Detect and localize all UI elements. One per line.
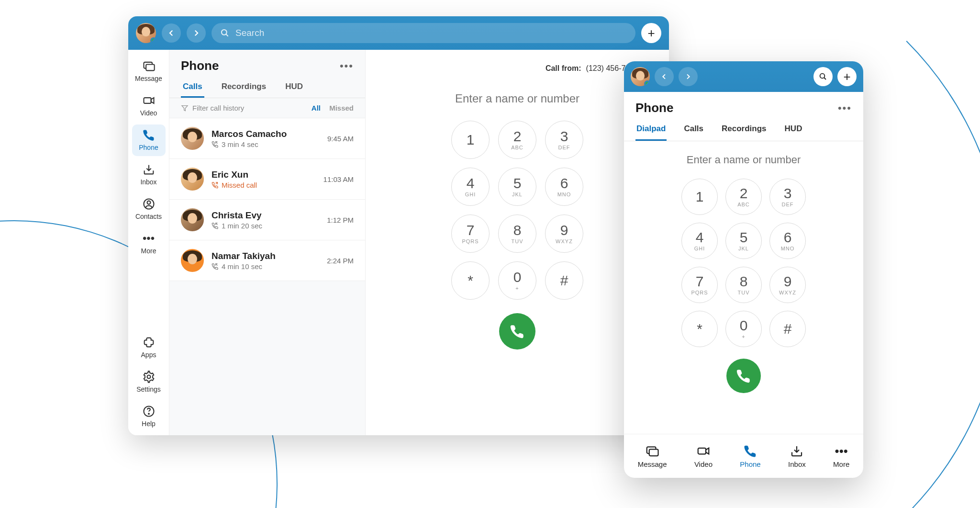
search-icon	[220, 28, 230, 38]
filter-all[interactable]: All	[312, 104, 321, 112]
panel-more-button[interactable]: •••	[340, 60, 354, 72]
add-button[interactable]: +	[641, 23, 661, 43]
keypad-key-#[interactable]: #	[769, 311, 806, 347]
contact-avatar	[181, 127, 204, 150]
sidebar-item-message[interactable]: Message	[132, 56, 166, 87]
keypad-key-2[interactable]: 2ABC	[725, 179, 762, 215]
sidebar-label: Settings	[136, 385, 161, 393]
nav-label: More	[833, 460, 849, 468]
mobile-dialer: 12ABC3DEF4GHI5JKL6MNO7PQRS8TUV9WXYZ*0+#	[624, 141, 863, 434]
keypad-key-1[interactable]: 1	[681, 179, 718, 215]
key-digit: 2	[513, 129, 522, 144]
keypad-key-8[interactable]: 8TUV	[725, 267, 762, 303]
keypad-key-4[interactable]: 4GHI	[681, 223, 718, 259]
keypad-key-7[interactable]: 7PQRS	[451, 214, 490, 253]
key-digit: 1	[467, 133, 475, 147]
key-digit: #	[560, 273, 568, 288]
call-button[interactable]	[726, 359, 761, 393]
key-digit: 6	[784, 230, 792, 245]
call-button[interactable]	[499, 313, 535, 350]
bottom-nav-more[interactable]: ••• More	[833, 444, 849, 468]
key-digit: 8	[740, 274, 748, 289]
svg-point-0	[222, 30, 227, 35]
keypad-key-3[interactable]: 3DEF	[769, 179, 806, 215]
keypad-key-9[interactable]: 9WXYZ	[769, 267, 806, 303]
call-name: Namar Takiyah	[212, 251, 319, 261]
dial-input[interactable]	[678, 154, 810, 166]
sidebar-item-contacts[interactable]: Contacts	[132, 193, 166, 225]
call-time: 2:24 PM	[327, 257, 354, 265]
profile-avatar[interactable]	[136, 23, 156, 43]
keypad-key-*[interactable]: *	[451, 261, 490, 300]
bottom-nav-inbox[interactable]: Inbox	[788, 444, 806, 468]
nav-forward-button[interactable]	[187, 23, 206, 43]
key-letters: JKL	[738, 246, 749, 251]
filter-missed[interactable]: Missed	[329, 104, 354, 112]
profile-avatar[interactable]	[631, 67, 650, 86]
keypad-key-0[interactable]: 0+	[725, 311, 762, 347]
contact-avatar	[181, 168, 204, 191]
tab-calls[interactable]: Calls	[181, 77, 204, 98]
key-digit: 3	[784, 186, 792, 201]
sidebar-item-phone[interactable]: Phone	[132, 124, 166, 156]
keypad-key-#[interactable]: #	[545, 261, 583, 300]
nav-back-button[interactable]	[655, 67, 674, 86]
keypad-key-5[interactable]: 5JKL	[498, 168, 536, 206]
add-button[interactable]: +	[837, 67, 857, 86]
tab-hud[interactable]: HUD	[283, 77, 305, 98]
keypad-key-3[interactable]: 3DEF	[545, 121, 583, 159]
keypad-key-0[interactable]: 0+	[498, 261, 536, 300]
tab-calls[interactable]: Calls	[683, 118, 704, 141]
keypad-key-6[interactable]: 6MNO	[769, 223, 806, 259]
call-row[interactable]: Namar Takiyah4 min 10 sec2:24 PM	[169, 240, 365, 281]
key-letters: ABC	[737, 202, 750, 207]
search-button[interactable]	[813, 67, 833, 86]
sidebar-item-more[interactable]: ••• More	[132, 228, 166, 260]
keypad-key-8[interactable]: 8TUV	[498, 214, 536, 253]
tab-recordings[interactable]: Recordings	[721, 118, 768, 141]
keypad-key-9[interactable]: 9WXYZ	[545, 214, 583, 253]
tab-dialpad[interactable]: Dialpad	[635, 118, 667, 141]
tab-recordings[interactable]: Recordings	[220, 77, 268, 98]
bottom-nav-video[interactable]: Video	[694, 444, 713, 468]
keypad-key-5[interactable]: 5JKL	[725, 223, 762, 259]
filter-label[interactable]: Filter call history	[192, 104, 244, 112]
bottom-nav-phone[interactable]: Phone	[740, 444, 760, 468]
more-icon: •••	[835, 444, 848, 458]
keypad-key-*[interactable]: *	[681, 311, 718, 347]
sidebar-item-settings[interactable]: Settings	[132, 366, 166, 398]
keypad-key-7[interactable]: 7PQRS	[681, 267, 718, 303]
phone-panel: Phone ••• Calls Recordings HUD Filter ca…	[169, 50, 366, 435]
key-letters: JKL	[512, 192, 523, 197]
desktop-header: +	[128, 16, 669, 50]
tab-hud[interactable]: HUD	[784, 118, 803, 141]
search-icon	[819, 72, 827, 81]
call-row[interactable]: Eric XunMissed call11:03 AM	[169, 159, 365, 200]
nav-back-button[interactable]	[162, 23, 181, 43]
search-input[interactable]	[235, 28, 627, 38]
key-digit: #	[784, 322, 792, 336]
bottom-nav-message[interactable]: Message	[638, 444, 667, 468]
keypad-key-1[interactable]: 1	[451, 121, 490, 159]
sidebar-label: Inbox	[140, 178, 156, 186]
keypad-key-4[interactable]: 4GHI	[451, 168, 490, 206]
sidebar-item-video[interactable]: Video	[132, 90, 166, 122]
panel-more-button[interactable]: •••	[838, 102, 852, 114]
dial-input[interactable]	[446, 92, 589, 105]
phone-tabs: Calls Recordings HUD	[169, 77, 365, 98]
call-row[interactable]: Marcos Camacho3 min 4 sec9:45 AM	[169, 118, 365, 159]
keypad-key-2[interactable]: 2ABC	[498, 121, 536, 159]
keypad-key-6[interactable]: 6MNO	[545, 168, 583, 206]
nav-label: Phone	[740, 460, 760, 468]
keypad: 12ABC3DEF4GHI5JKL6MNO7PQRS8TUV9WXYZ*0+#	[451, 121, 583, 300]
key-digit: 4	[467, 176, 475, 191]
search-bar[interactable]	[212, 23, 635, 43]
call-time: 1:12 PM	[327, 216, 354, 224]
sidebar-item-inbox[interactable]: Inbox	[132, 159, 166, 191]
call-row[interactable]: Christa Evy1 min 20 sec1:12 PM	[169, 200, 365, 240]
nav-forward-button[interactable]	[679, 67, 698, 86]
sidebar-item-help[interactable]: Help	[132, 401, 166, 432]
presence-indicator	[644, 80, 650, 86]
svg-point-10	[148, 413, 149, 414]
sidebar-item-apps[interactable]: Apps	[132, 332, 166, 363]
